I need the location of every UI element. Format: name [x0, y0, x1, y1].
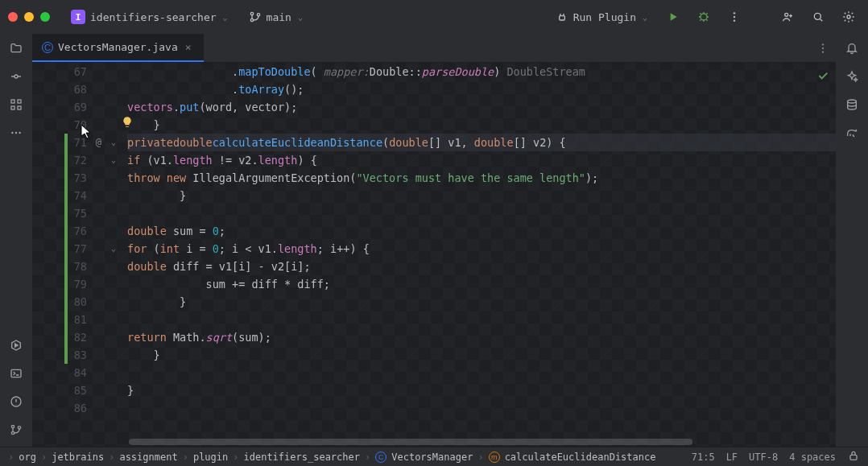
svg-point-25: [822, 47, 824, 48]
code-line[interactable]: private double calculateEuclideanDistanc…: [127, 134, 836, 151]
code-line[interactable]: return Math.sqrt(sum);: [127, 328, 836, 346]
project-selector[interactable]: I identifiers-searcher ⌄: [64, 6, 234, 27]
horizontal-scrollbar[interactable]: [105, 437, 836, 447]
code-line[interactable]: }: [127, 187, 836, 204]
editor-area: C VectorsManager.java × 6768697071⌄72⌄73…: [32, 34, 836, 447]
structure-icon: [10, 98, 23, 111]
chevron-right-icon: ›: [109, 452, 114, 463]
commit-tool-button[interactable]: [10, 70, 23, 85]
code-line[interactable]: }: [127, 346, 836, 364]
minimize-window-button[interactable]: [24, 12, 34, 22]
run-button[interactable]: [662, 6, 684, 28]
reader-mode-button[interactable]: [847, 449, 860, 464]
vcs-change-marker[interactable]: [64, 134, 68, 364]
code-line[interactable]: }: [127, 381, 836, 399]
close-window-button[interactable]: [8, 12, 18, 22]
caret-position[interactable]: 71:5: [692, 452, 715, 463]
project-tool-button[interactable]: [10, 42, 23, 57]
database-tool-button[interactable]: [845, 98, 858, 113]
ellipsis-icon: [10, 126, 23, 139]
settings-button[interactable]: [837, 6, 860, 28]
code-line[interactable]: double sum = 0;: [127, 222, 836, 240]
breadcrumb-segment[interactable]: jetbrains: [52, 452, 104, 463]
close-tab-button[interactable]: ×: [183, 41, 194, 53]
sparkle-icon: [845, 70, 858, 83]
code-line[interactable]: [127, 399, 836, 417]
editor-tab[interactable]: C VectorsManager.java ×: [32, 34, 204, 62]
run-configuration-selector[interactable]: Run Plugin ⌄: [549, 7, 654, 27]
tab-options-button[interactable]: [810, 34, 836, 62]
services-tool-button[interactable]: [10, 339, 23, 354]
warning-circle-icon: [10, 395, 23, 408]
tab-filename: VectorsManager.java: [58, 41, 178, 53]
line-separator[interactable]: LF: [726, 452, 738, 463]
svg-point-17: [15, 132, 17, 134]
code-editor[interactable]: 6768697071⌄72⌄7374757677⌄787980818283848…: [32, 63, 836, 447]
code-content[interactable]: .mapToDouble( mapper: Double::parseDoubl…: [105, 63, 836, 447]
svg-point-23: [18, 427, 20, 429]
indent-setting[interactable]: 4 spaces: [789, 452, 836, 463]
code-line[interactable]: [127, 311, 836, 328]
gradle-tool-button[interactable]: [845, 126, 858, 142]
vcs-tool-button[interactable]: [10, 423, 23, 439]
file-encoding[interactable]: UTF-8: [749, 452, 778, 463]
code-line[interactable]: double diff = v1[i] - v2[i];: [127, 258, 836, 275]
breadcrumb-method[interactable]: calculateEuclideanDistance: [505, 452, 656, 463]
person-plus-icon: [781, 10, 794, 23]
breadcrumb-segment[interactable]: org: [19, 452, 36, 463]
gear-icon: [842, 10, 855, 23]
chevron-down-icon: ⌄: [643, 13, 647, 22]
code-line[interactable]: .toArray();: [127, 80, 836, 98]
plugin-icon: [556, 10, 568, 23]
breadcrumb-segment[interactable]: plugin: [193, 452, 228, 463]
code-line[interactable]: throw new IllegalArgumentException("Vect…: [127, 169, 836, 187]
intention-bulb-icon[interactable]: [121, 116, 134, 129]
code-line[interactable]: .mapToDouble( mapper: Double::parseDoubl…: [127, 63, 836, 80]
problems-tool-button[interactable]: [10, 395, 23, 410]
java-method-icon: m: [489, 452, 500, 463]
code-line[interactable]: sum += diff * diff;: [127, 275, 836, 293]
project-name: identifiers-searcher: [90, 11, 217, 23]
editor-tabs: C VectorsManager.java ×: [32, 34, 836, 63]
code-with-me-button[interactable]: [776, 6, 799, 28]
breadcrumb-class[interactable]: VectorsManager: [391, 452, 473, 463]
svg-point-16: [11, 132, 13, 134]
code-line[interactable]: }: [127, 293, 836, 311]
breadcrumb-segment[interactable]: assignment: [119, 452, 177, 463]
svg-point-22: [11, 431, 14, 434]
terminal-tool-button[interactable]: [10, 367, 23, 382]
chevron-down-icon: ⌄: [223, 13, 228, 22]
more-tools-button[interactable]: [10, 126, 23, 142]
code-line[interactable]: [127, 364, 836, 381]
ai-assistant-button[interactable]: [845, 70, 858, 85]
svg-point-7: [734, 19, 735, 21]
svg-point-0: [250, 12, 253, 14]
svg-point-5: [734, 12, 735, 14]
notifications-button[interactable]: [845, 42, 858, 57]
breadcrumb-segment[interactable]: identifiers_searcher: [244, 452, 361, 463]
code-line[interactable]: if (v1.length != v2.length) {: [127, 151, 836, 169]
zoom-window-button[interactable]: [40, 12, 50, 22]
svg-point-1: [250, 19, 253, 21]
search-icon: [812, 10, 825, 23]
svg-rect-19: [11, 369, 21, 377]
code-line[interactable]: [127, 204, 836, 222]
structure-tool-button[interactable]: [10, 98, 23, 113]
chevron-right-icon: ›: [41, 452, 47, 463]
chevron-right-icon: ›: [233, 452, 238, 463]
code-line[interactable]: for (int i = 0; i < v1.length; i++) {: [127, 240, 836, 258]
search-everywhere-button[interactable]: [807, 6, 829, 28]
more-actions-button[interactable]: [723, 6, 746, 28]
bell-icon: [845, 42, 858, 55]
debug-button[interactable]: [692, 6, 715, 28]
project-icon: I: [71, 10, 85, 24]
scrollbar-thumb[interactable]: [129, 439, 692, 445]
java-class-icon: C: [42, 42, 53, 53]
svg-point-11: [14, 75, 18, 78]
code-line[interactable]: }: [127, 116, 836, 134]
git-branch-selector[interactable]: main ⌄: [242, 7, 309, 27]
code-line[interactable]: vectors.put(word, vector);: [127, 98, 836, 116]
database-icon: [845, 98, 858, 111]
branch-icon: [10, 423, 23, 436]
gutter[interactable]: 6768697071⌄72⌄7374757677⌄787980818283848…: [32, 63, 105, 447]
